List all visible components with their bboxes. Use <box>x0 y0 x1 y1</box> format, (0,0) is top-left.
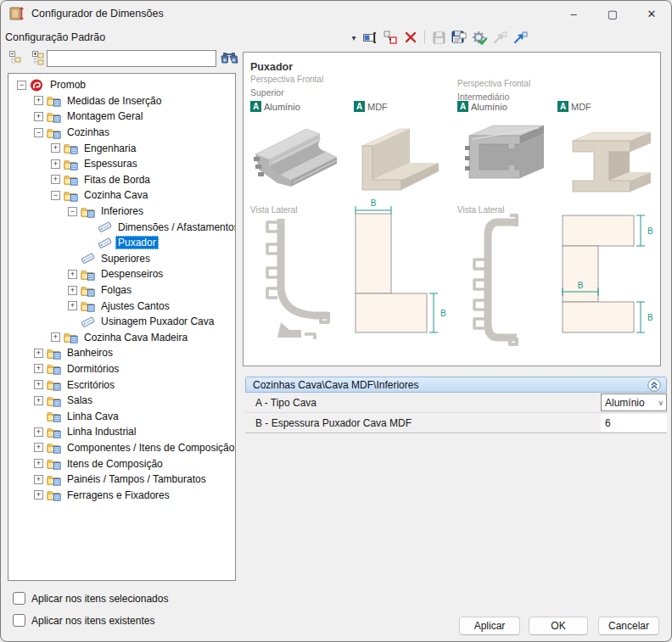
delete-config-button[interactable] <box>401 29 420 46</box>
import-config-button[interactable] <box>490 29 509 46</box>
tree-item[interactable]: +Itens de Composição <box>8 455 235 472</box>
expand-toggle-icon[interactable]: + <box>68 286 77 295</box>
tree-item[interactable]: +Medidas de Inserção <box>8 93 235 109</box>
tree-item[interactable]: Puxador <box>8 235 235 251</box>
tree-item[interactable]: −Cozinha Cava <box>8 187 235 204</box>
expand-toggle-icon[interactable]: + <box>68 301 77 310</box>
position-label: Superior <box>250 87 284 98</box>
config-toolbar: Configuração Padrão ▾ <box>1 26 671 48</box>
expand-toggle-icon[interactable]: + <box>34 364 43 373</box>
save-as-button[interactable] <box>450 29 468 46</box>
cancel-button[interactable]: Cancelar <box>598 617 659 635</box>
folder-icon <box>47 488 61 501</box>
property-group-header[interactable]: Cozinhas Cava\Cava MDF\Inferiores <box>245 377 667 393</box>
material-name: MDF <box>571 102 591 112</box>
material-row: A MDF <box>557 101 591 112</box>
expand-toggle-icon[interactable]: + <box>34 443 43 452</box>
tree-item[interactable]: Linha Cava <box>8 408 235 424</box>
tree-item[interactable]: +Componentes / Itens de Composição <box>8 440 235 456</box>
expand-toggle-icon[interactable]: + <box>51 143 60 153</box>
apply-config-icon <box>472 31 487 45</box>
collapse-properties-button[interactable] <box>647 378 661 392</box>
tree-item[interactable]: +Espessuras <box>8 156 235 172</box>
dimension-letter: B <box>440 309 446 318</box>
tree-item[interactable]: −Promob <box>8 77 235 93</box>
folder-icon <box>81 284 95 297</box>
tree-item-label: Ajustes Cantos <box>98 299 172 313</box>
export-config-icon <box>513 31 528 44</box>
collapse-toggle-icon[interactable]: − <box>17 81 26 90</box>
checkbox-icon[interactable] <box>13 614 25 627</box>
property-row[interactable]: A - Tipo Cava Alumínio ∨ <box>245 393 667 413</box>
minimize-icon: – <box>570 8 576 20</box>
expand-toggle-icon[interactable]: + <box>68 270 77 279</box>
save-button[interactable] <box>429 29 448 46</box>
collapse-toggle-icon[interactable]: − <box>34 128 43 137</box>
expand-toggle-icon[interactable]: + <box>51 332 60 342</box>
expand-toggle-icon[interactable]: + <box>34 380 43 389</box>
expand-toggle-icon[interactable]: + <box>34 112 43 121</box>
search-binoculars-icon[interactable] <box>220 50 238 65</box>
apply-config-button[interactable] <box>470 29 489 46</box>
tree-item[interactable]: +Engenharia <box>8 140 235 156</box>
tree-item[interactable]: Dimensões / Afastamentos <box>8 219 235 235</box>
tree-item[interactable]: +Painéis / Tampos / Tamburatos <box>8 472 235 488</box>
tree-item-label: Puxador <box>115 236 159 249</box>
expand-toggle-icon[interactable]: + <box>34 459 43 468</box>
config-combobox[interactable]: Configuração Padrão <box>1 28 348 47</box>
rename-config-button[interactable] <box>361 29 379 46</box>
combo-dropdown-icon[interactable]: ▾ <box>348 33 360 42</box>
titlebar[interactable]: Configurador de Dimensões – ▢ ✕ <box>1 1 671 26</box>
minimize-button[interactable]: – <box>554 1 593 26</box>
tree-item[interactable]: −Cozinhas <box>8 125 235 141</box>
apply-button[interactable]: Aplicar <box>459 617 520 635</box>
tree-item[interactable]: Superiores <box>8 251 235 267</box>
checkbox-icon[interactable] <box>13 592 25 605</box>
property-label: B - Espessura Puxador Cava MDF <box>245 417 601 429</box>
close-button[interactable]: ✕ <box>632 1 671 26</box>
tree-item[interactable]: +Ajustes Cantos <box>8 298 235 314</box>
expand-toggle-icon[interactable]: + <box>34 490 43 500</box>
tree-tools <box>8 49 236 70</box>
tree-item[interactable]: +Fitas de Borda <box>8 172 235 188</box>
expand-toggle-icon[interactable]: + <box>51 175 60 184</box>
profile-image-mdf-intermediario <box>556 117 651 202</box>
tree-item[interactable]: +Linha Industrial <box>8 424 235 440</box>
collapse-toggle-icon[interactable]: − <box>51 191 60 200</box>
expand-toggle-icon[interactable]: + <box>34 396 43 405</box>
tree-item[interactable]: +Dormitórios <box>8 361 235 377</box>
expand-toggle-icon[interactable]: + <box>51 159 60 169</box>
tree-item[interactable]: +Cozinha Cava Madeira <box>8 330 235 346</box>
collapse-toggle-icon[interactable]: − <box>68 207 77 216</box>
tree-item-label: Itens de Composição <box>64 457 165 471</box>
espessura-input[interactable]: 6 <box>601 414 667 432</box>
tree-item[interactable]: +Banheiros <box>8 345 235 361</box>
tree-item[interactable]: +Salas <box>8 393 235 409</box>
tipo-cava-dropdown[interactable]: Alumínio ∨ <box>601 394 667 411</box>
tree-item[interactable]: +Folgas <box>8 282 235 299</box>
expand-all-icon[interactable] <box>31 51 45 65</box>
collapse-all-icon[interactable] <box>9 51 23 65</box>
tree-item[interactable]: +Despenseiros <box>8 266 235 282</box>
ok-button[interactable]: OK <box>529 617 588 635</box>
checkbox-apply-selected[interactable]: Aplicar nos itens selecionados <box>13 592 168 605</box>
duplicate-config-button[interactable] <box>381 29 400 46</box>
expand-toggle-icon[interactable]: + <box>34 475 43 484</box>
checkbox-apply-existing[interactable]: Aplicar nos itens existentes <box>13 614 154 627</box>
expand-toggle-icon[interactable]: + <box>34 96 43 105</box>
maximize-button[interactable]: ▢ <box>593 1 632 26</box>
expand-toggle-icon[interactable]: + <box>34 349 43 358</box>
export-config-button[interactable] <box>511 29 529 46</box>
property-row[interactable]: B - Espessura Puxador Cava MDF 6 <box>245 413 667 433</box>
expand-toggle-icon[interactable]: + <box>34 427 43 437</box>
tree-search-input[interactable] <box>47 50 216 67</box>
tree-item[interactable]: +Escritórios <box>8 377 235 393</box>
dimension-tag-icon <box>98 221 112 233</box>
tree-item[interactable]: Usinagem Puxador Cava <box>8 314 235 330</box>
material-name: Alumínio <box>471 102 507 112</box>
tree-item[interactable]: +Ferragens e Fixadores <box>8 487 235 503</box>
tree-item[interactable]: +Montagem Geral <box>8 109 235 125</box>
tree-item[interactable]: −Inferiores <box>8 204 235 220</box>
folder-icon <box>47 394 61 407</box>
tree-item-label: Salas <box>64 394 95 407</box>
